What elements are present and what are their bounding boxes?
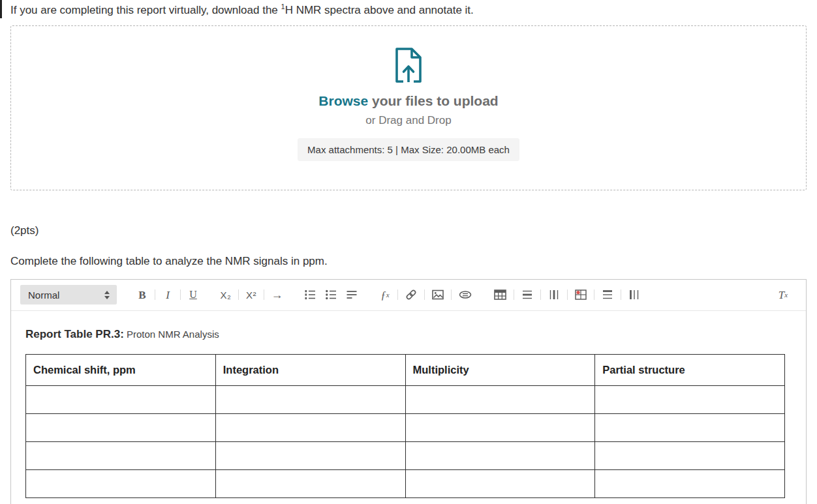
intro-prefix: If you are completing this report virtua… — [10, 4, 281, 16]
table-header-row: Chemical shift, ppm Integration Multipli… — [26, 354, 785, 385]
table-cell[interactable] — [215, 385, 405, 413]
table-cell[interactable] — [405, 441, 595, 469]
table-cell[interactable] — [595, 385, 785, 413]
toolbar-separator — [180, 289, 181, 300]
table-row-button[interactable] — [519, 286, 535, 303]
table-caption: Report Table PR.3: Proton NMR Analysis — [25, 328, 792, 341]
table-cell[interactable] — [595, 469, 785, 497]
toolbar-separator — [514, 289, 514, 300]
superscript-button[interactable]: X² — [244, 286, 258, 303]
browse-upload-heading: Browse your files to upload — [318, 93, 498, 109]
format-dropdown-value: Normal — [28, 289, 59, 301]
row-properties-button[interactable] — [600, 286, 615, 303]
table-cell[interactable] — [595, 441, 785, 469]
toolbar-separator — [264, 289, 264, 300]
table-row — [26, 441, 785, 469]
merge-cells-button[interactable] — [573, 286, 589, 303]
toolbar-separator — [567, 289, 568, 300]
table-cell[interactable] — [215, 441, 405, 469]
updown-arrows-icon — [104, 290, 110, 300]
points-label: (2pts) — [10, 224, 817, 237]
browse-files-text: your files to upload — [368, 93, 499, 108]
table-cell[interactable] — [405, 469, 595, 497]
bulleted-list-button[interactable] — [323, 286, 339, 303]
subscript-button[interactable]: X₂ — [219, 286, 233, 303]
left-edge-artifact — [0, 0, 2, 18]
editor-content-area[interactable]: Report Table PR.3: Proton NMR Analysis C… — [11, 311, 806, 498]
table-caption-bold: Report Table PR.3: — [25, 328, 124, 340]
toolbar-separator — [451, 289, 452, 300]
toolbar-separator — [238, 289, 239, 300]
table-cell[interactable] — [405, 413, 595, 441]
toolbar-separator — [424, 289, 425, 300]
rich-text-editor: Normal B I U X₂ X² → ƒx — [10, 279, 807, 504]
table-row — [26, 385, 785, 413]
numbered-list-button[interactable] — [302, 286, 318, 303]
underline-button[interactable]: U — [186, 286, 200, 303]
table-caption-rest: Proton NMR Analysis — [124, 329, 219, 340]
insert-table-button[interactable] — [492, 286, 508, 303]
intro-text: If you are completing this report virtua… — [10, 3, 817, 17]
toolbar-separator — [397, 289, 398, 300]
special-arrow-button[interactable]: → — [270, 286, 284, 303]
table-row — [26, 469, 785, 497]
bold-button[interactable]: B — [135, 286, 149, 303]
table-column-button[interactable] — [546, 286, 562, 303]
nmr-table-body — [26, 385, 785, 497]
column-header-integration[interactable]: Integration — [215, 354, 405, 385]
italic-button[interactable]: I — [161, 286, 175, 303]
column-header-chemical-shift[interactable]: Chemical shift, ppm — [26, 354, 216, 385]
upload-limits-badge: Max attachments: 5 | Max Size: 20.00MB e… — [298, 138, 519, 161]
table-cell[interactable] — [405, 385, 595, 413]
nmr-analysis-table: Chemical shift, ppm Integration Multipli… — [25, 354, 785, 498]
image-button[interactable] — [430, 286, 446, 303]
table-cell[interactable] — [215, 413, 405, 441]
toolbar-separator — [594, 289, 594, 300]
editor-toolbar: Normal B I U X₂ X² → ƒx — [11, 280, 806, 311]
drag-drop-text: or Drag and Drop — [365, 114, 451, 127]
file-upload-dropzone[interactable]: Browse your files to upload or Drag and … — [10, 25, 807, 190]
instruction-text: Complete the following table to analyze … — [10, 255, 817, 268]
table-cell[interactable] — [26, 385, 216, 413]
table-cell[interactable] — [595, 413, 785, 441]
math-equation-button[interactable]: ƒx — [378, 286, 392, 303]
file-upload-icon — [393, 48, 424, 83]
intro-suffix: H NMR spectra above and annotate it. — [285, 4, 474, 16]
table-cell[interactable] — [215, 469, 405, 497]
table-row — [26, 413, 785, 441]
toolbar-separator — [155, 289, 155, 300]
media-embed-button[interactable] — [457, 286, 474, 303]
toolbar-separator — [540, 289, 541, 300]
remove-format-button[interactable]: Tx — [776, 286, 790, 303]
link-button[interactable] — [403, 286, 419, 303]
browse-files-link[interactable]: Browse — [318, 93, 368, 108]
format-dropdown[interactable]: Normal — [20, 285, 117, 304]
table-cell[interactable] — [26, 413, 216, 441]
column-header-partial-structure[interactable]: Partial structure — [595, 354, 785, 385]
align-left-button[interactable] — [344, 286, 360, 303]
toolbar-separator — [621, 289, 621, 300]
column-header-multiplicity[interactable]: Multiplicity — [405, 354, 595, 385]
table-cell[interactable] — [26, 441, 216, 469]
column-properties-button[interactable] — [626, 286, 642, 303]
table-cell[interactable] — [26, 469, 216, 497]
